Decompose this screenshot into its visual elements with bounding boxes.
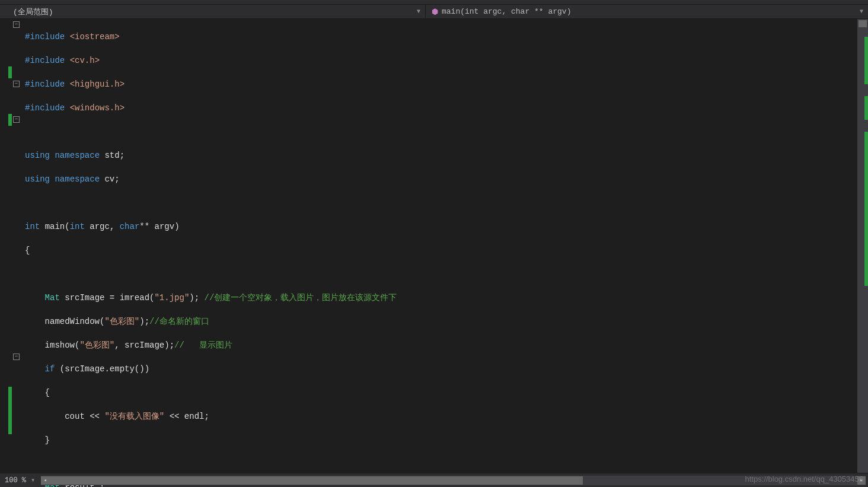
code-text: "1.jpg" <box>154 293 189 303</box>
code-text: // 显示图片 <box>174 340 232 350</box>
code-text: ); <box>139 317 149 326</box>
code-text: char <box>120 222 140 231</box>
fold-toggle[interactable]: − <box>13 354 20 360</box>
code-text: "没有载入图像" <box>104 412 164 421</box>
code-text: <iostream> <box>70 32 120 42</box>
watermark: https://blog.csdn.net/qq_43053456 <box>745 475 864 483</box>
code-text: { <box>45 388 50 397</box>
scope-dropdown[interactable]: (全局范围) ▼ <box>0 5 426 18</box>
scroll-thumb[interactable] <box>49 476 583 485</box>
code-text: #include <box>25 56 65 65</box>
code-text: ; <box>114 174 119 184</box>
tabs-bar <box>0 0 868 5</box>
code-text: using <box>25 151 50 160</box>
code-text: { <box>25 246 30 255</box>
code-text: namedWindow( <box>45 317 105 326</box>
vertical-scrollbar[interactable] <box>857 19 868 473</box>
chevron-down-icon: ▼ <box>417 8 420 15</box>
code-text: <cv.h> <box>70 56 100 65</box>
code-text: argc <box>90 222 110 231</box>
scope-label: (全局范围) <box>13 7 53 17</box>
fold-gutter: − − − − <box>12 19 25 473</box>
fold-toggle[interactable]: − <box>13 81 20 87</box>
code-text: <highgui.h> <box>70 79 125 89</box>
code-text: std <box>104 151 119 160</box>
code-text: ** <box>139 222 149 231</box>
overview-ruler <box>864 19 868 473</box>
code-text: cout << <box>45 412 105 421</box>
code-text: Mat <box>45 293 60 303</box>
code-text: main <box>45 222 65 231</box>
horizontal-scrollbar[interactable]: ◂ ▸ <box>41 476 866 485</box>
code-text: "色彩图" <box>104 317 139 326</box>
function-dropdown[interactable]: ⬢ main(int argc, char ** argv) ▼ <box>426 5 868 18</box>
code-text: int <box>25 222 40 231</box>
code-text: namespace <box>55 174 100 184</box>
code-text: //命名新的窗口 <box>149 317 209 326</box>
function-icon: ⬢ <box>432 7 438 17</box>
code-text: imshow( <box>45 340 80 350</box>
scroll-left-icon[interactable]: ◂ <box>41 476 49 485</box>
fold-toggle[interactable]: − <box>13 116 20 123</box>
navigation-bar: (全局范围) ▼ ⬢ main(int argc, char ** argv) … <box>0 5 868 19</box>
status-bar: 100 % ▾ ◂ ▸ <box>0 473 868 487</box>
code-text: cv <box>104 174 114 184</box>
code-text: #include <box>25 103 65 113</box>
code-text: ; <box>120 151 125 160</box>
change-margin <box>0 19 12 473</box>
code-text: } <box>45 435 50 445</box>
function-label: main(int argc, char ** argv) <box>442 7 571 16</box>
code-text: //创建一个空对象，载入图片，图片放在该源文件下 <box>199 293 397 303</box>
code-editor[interactable]: #include <iostream> #include <cv.h> #inc… <box>25 19 857 473</box>
chevron-down-icon: ▼ <box>860 8 863 15</box>
code-text: ); <box>189 293 199 303</box>
code-text: <windows.h> <box>70 103 125 113</box>
code-text: #include <box>25 32 65 42</box>
code-text: if <box>45 364 55 374</box>
code-text: namespace <box>55 151 100 160</box>
code-text: argv <box>155 222 175 231</box>
fold-toggle[interactable]: − <box>13 21 20 28</box>
code-text: using <box>25 174 50 184</box>
code-text: (srcImage.empty()) <box>55 364 149 374</box>
code-text: "色彩图" <box>79 340 114 350</box>
code-text: srcImage = imread( <box>60 293 155 303</box>
code-text: , <box>110 222 120 231</box>
code-text: int <box>70 222 85 231</box>
code-text: , srcImage); <box>114 340 174 350</box>
code-text: << endl; <box>164 412 209 421</box>
editor-area: − − − − #include <iostream> #include <cv… <box>0 19 868 473</box>
code-text: #include <box>25 79 65 89</box>
